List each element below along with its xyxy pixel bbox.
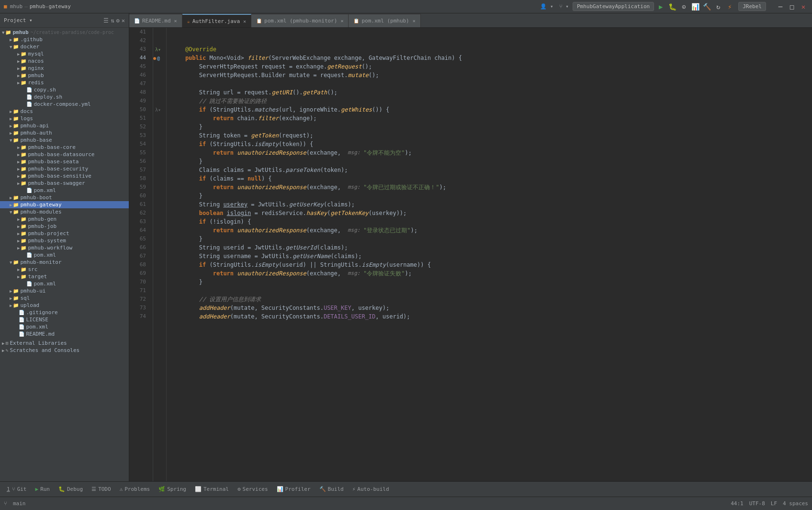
tree-item-readme[interactable]: ▶ 📄 README.md (0, 330, 129, 338)
tree-item-pmhub-system[interactable]: ▶ 📁 pmhub-system (0, 237, 129, 244)
tab-readme[interactable]: 📄 README.md ✕ (129, 14, 182, 27)
tree-item-pmhub-workflow[interactable]: ▶ 📁 pmhub-workflow (0, 244, 129, 251)
cls-stringutils-68b: StringUtils (320, 261, 358, 269)
tree-item-pom-modules[interactable]: ▶ 📄 pom.xml (0, 251, 129, 259)
tree-item-pmhub-ui[interactable]: ▶ 📁 pmhub-ui (0, 287, 129, 295)
logs-label: logs (20, 115, 33, 122)
tree-item-docker-compose[interactable]: ▶ 📄 docker-compose.yml (0, 101, 129, 108)
tool-build[interactable]: 🔨 Build (316, 484, 348, 494)
tree-item-pmhub-monitor[interactable]: ▼ 📁 pmhub-monitor (0, 259, 129, 266)
tool-problems[interactable]: ⚠ Problems (116, 484, 154, 494)
jrebel-button[interactable]: ⚡ (725, 2, 734, 11)
tree-item-license[interactable]: ▶ 📄 LICENSE (0, 316, 129, 323)
tree-item-pmhub-api[interactable]: ▶ 📁 pmhub-api (0, 122, 129, 129)
tree-item-gitignore[interactable]: ▶ 📄 .gitignore (0, 309, 129, 316)
tree-item-pmhub-project[interactable]: ▶ 📁 pmhub-project (0, 230, 129, 237)
tab-pom-monitor-close[interactable]: ✕ (340, 18, 343, 23)
lambda-icon-50: λ▾ (155, 107, 161, 113)
branch-name[interactable]: main (13, 500, 26, 507)
tree-item-pmhub-base-datasource[interactable]: ▶ 📁 pmhub-base-datasource (0, 151, 129, 158)
tab-pom-pmhub-close[interactable]: ✕ (413, 18, 416, 23)
gutter-48 (153, 88, 166, 97)
tree-item-pmhub-base-core[interactable]: ▶ 📁 pmhub-base-core (0, 144, 129, 151)
tree-item-pmhub-base-sensitive[interactable]: ▶ 📁 pmhub-base-sensitive (0, 172, 129, 180)
tree-item-src[interactable]: ▶ 📁 src (0, 266, 129, 273)
tree-item-pom-root[interactable]: ▶ 📄 pom.xml (0, 323, 129, 330)
tool-todo[interactable]: ☰ TODO (88, 484, 115, 494)
tree-item-pom-base[interactable]: ▶ 📄 pom.xml (0, 187, 129, 194)
tree-item-target[interactable]: ▶ 📁 target (0, 273, 129, 280)
tab-pom-pmhub[interactable]: 📋 pom.xml (pmhub) ✕ (349, 14, 420, 27)
sidebar-sort-icon[interactable]: ⇅ (111, 17, 114, 24)
tab-pom-monitor[interactable]: 📋 pom.xml (pmhub-monitor) ✕ (251, 14, 349, 27)
pmhub-ui-label: pmhub-ui (20, 288, 45, 294)
pmhub-workflow-label: pmhub-workflow (28, 245, 72, 251)
tree-item-nginx[interactable]: ▶ 📁 nginx (0, 65, 129, 72)
file-tree[interactable]: ▼ 📁 pmhub ~/creative-paradise/code-proc … (0, 28, 129, 481)
coverage-button[interactable]: ⊙ (679, 2, 688, 11)
tree-item-upload[interactable]: ▶ 📁 upload (0, 302, 129, 309)
tree-item-external-libs[interactable]: ▶ ⊞ External Libraries (0, 340, 129, 347)
maximize-button[interactable]: □ (787, 2, 797, 11)
update-button[interactable]: ↻ (713, 2, 723, 11)
tree-item-copy-sh[interactable]: ▶ 📄 copy.sh (0, 86, 129, 93)
tool-terminal[interactable]: ⬜ Terminal (191, 484, 233, 494)
dot-57: . (282, 166, 285, 174)
pmhub-api-label: pmhub-api (20, 123, 49, 129)
jrebel-label[interactable]: JRebel (738, 2, 766, 11)
run-button[interactable]: ▶ (656, 2, 665, 11)
cls-exchange-type: ServerWebExchange (272, 54, 334, 62)
tree-item-deploy-sh[interactable]: ▶ 📄 deploy.sh (0, 93, 129, 101)
tree-item-pmhub-base-security[interactable]: ▶ 📁 pmhub-base-security (0, 165, 129, 172)
profile-button[interactable]: 📊 (690, 2, 700, 11)
tool-spring[interactable]: 🌿 Spring (155, 484, 190, 494)
tool-auto-build[interactable]: ⚡ Auto-build (349, 484, 393, 494)
tree-item-pmhub-base-swagger[interactable]: ▶ 📁 pmhub-base-swagger (0, 180, 129, 187)
code-line-69: return unauthorizedResponse(exchange, ms… (171, 269, 807, 278)
profiler-icon: 📊 (277, 486, 283, 492)
tool-run[interactable]: ▶ Run (32, 484, 54, 494)
tree-item-nacos[interactable]: ▶ 📁 nacos (0, 57, 129, 65)
tree-item-pmhub-modules[interactable]: ▼ 📁 pmhub-modules (0, 208, 129, 215)
tree-item-pmhub-base-seata[interactable]: ▶ 📁 pmhub-base-seata (0, 158, 129, 165)
tab-authfilter[interactable]: ☕ AuthFilter.java ✕ (182, 14, 251, 27)
tree-item-pmhub-auth[interactable]: ▶ 📁 pmhub-auth (0, 129, 129, 136)
tree-item-redis[interactable]: ▶ 📁 redis (0, 79, 129, 86)
build-button[interactable]: 🔨 (702, 2, 711, 11)
user-icon[interactable]: 👤 ▾ (540, 3, 553, 10)
scratches-arrow: ▶ (2, 348, 4, 353)
tree-item-sql[interactable]: ▶ 📁 sql (0, 295, 129, 302)
run-config-selector[interactable]: PmhubGatewayApplication (573, 2, 654, 11)
tool-debug[interactable]: 🐛 Debug (55, 484, 87, 494)
tree-item-docs[interactable]: ▶ 📁 docs (0, 108, 129, 115)
code-line-52: } (171, 123, 807, 131)
minimize-button[interactable]: ─ (776, 2, 785, 11)
tab-readme-close[interactable]: ✕ (174, 18, 177, 23)
code-editor[interactable]: @Override public Mono<Void> filter(Serve… (167, 28, 812, 481)
tree-item-docker[interactable]: ▼ 📁 docker (0, 43, 129, 50)
tree-item-logs[interactable]: ▶ 📁 logs (0, 115, 129, 122)
kw-null-58: null (248, 174, 261, 183)
code-line-67: String username = JwtUtils.getUserName(c… (171, 252, 807, 261)
tool-services[interactable]: ⚙ Services (234, 484, 272, 494)
tree-item-pmhub-job[interactable]: ▶ 📁 pmhub-job (0, 223, 129, 230)
tree-item-pmhub-gen[interactable]: ▶ 📁 pmhub-gen (0, 215, 129, 223)
sidebar-settings-icon[interactable]: ⚙ (116, 17, 120, 24)
tree-item-pmhub-base[interactable]: ▼ 📁 pmhub-base (0, 136, 129, 144)
tab-authfilter-close[interactable]: ✕ (243, 19, 246, 24)
tree-item-pmhub-docker[interactable]: ▶ 📁 pmhub (0, 72, 129, 79)
tree-item-pmhub-gateway[interactable]: ▶ 📁 pmhub-gateway (0, 201, 129, 208)
sidebar-collapse-icon[interactable]: ☰ (103, 17, 109, 24)
tree-item-scratches[interactable]: ▶ ✎ Scratches and Consoles (0, 347, 129, 354)
vcs-icon[interactable]: ⑂ ▾ (559, 3, 569, 10)
tree-item-github[interactable]: ▶ 📁 .github (0, 36, 129, 43)
close-button[interactable]: ✕ (799, 2, 808, 11)
tool-git[interactable]: 1 ⑂ Git (3, 484, 31, 494)
tree-item-pmhub-boot[interactable]: ▶ 📁 pmhub-boot (0, 194, 129, 201)
tree-item-pom-monitor[interactable]: ▶ 📄 pom.xml (0, 280, 129, 287)
tool-profiler[interactable]: 📊 Profiler (273, 484, 315, 494)
tree-item-mysql[interactable]: ▶ 📁 mysql (0, 50, 129, 57)
sidebar-close-icon[interactable]: ✕ (122, 17, 125, 24)
debug-button[interactable]: 🐛 (667, 2, 677, 11)
tree-root[interactable]: ▼ 📁 pmhub ~/creative-paradise/code-proc (0, 29, 129, 36)
